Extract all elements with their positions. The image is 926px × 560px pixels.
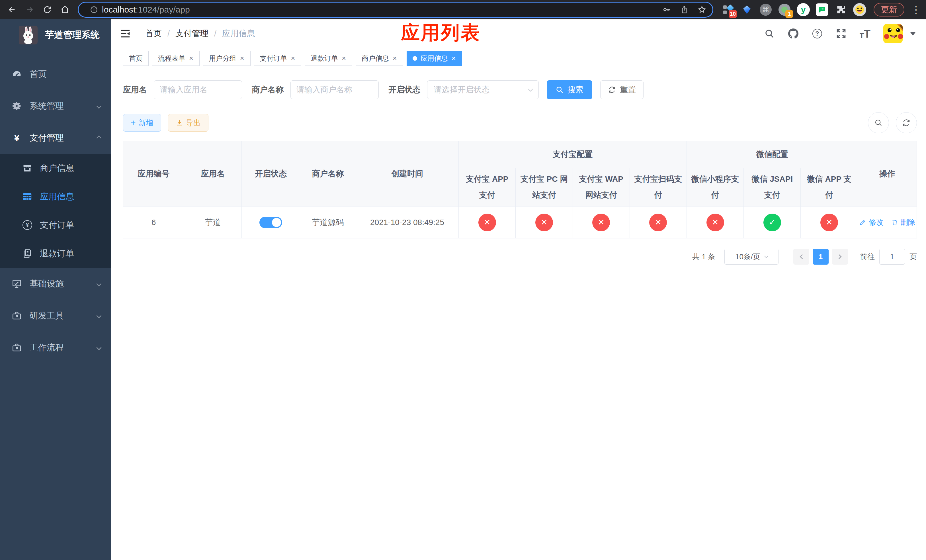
breadcrumb-home[interactable]: 首页	[145, 28, 162, 39]
edit-link[interactable]: 修改	[859, 217, 884, 227]
refresh-icon	[902, 118, 911, 127]
chevron-down-icon	[96, 345, 101, 350]
password-key-icon[interactable]	[662, 5, 671, 14]
browser-profile-avatar[interactable]	[853, 3, 866, 16]
browser-home-icon[interactable]	[58, 3, 72, 17]
tag-close-icon[interactable]: ✕	[291, 55, 295, 62]
extension-recorder-icon[interactable]: 1	[778, 3, 791, 16]
help-icon[interactable]: ?	[811, 28, 823, 39]
tag-merchant-info[interactable]: 商户信息 ✕	[356, 51, 403, 66]
edit-label: 修改	[869, 217, 884, 227]
sidebar-fold-icon[interactable]	[118, 27, 132, 41]
extensions-puzzle-icon[interactable]	[834, 3, 847, 16]
sidebar-item-infrastructure[interactable]: 基础设施	[0, 268, 111, 300]
tag-user-group[interactable]: 用户分组 ✕	[203, 51, 251, 66]
briefcase-icon	[11, 310, 22, 321]
col-header-wx-app: 微信 APP 支付	[801, 168, 858, 206]
tag-label: 流程表单	[158, 54, 185, 63]
search-button[interactable]: 搜索	[547, 80, 592, 99]
github-icon[interactable]	[788, 28, 799, 39]
header-search-icon[interactable]	[764, 28, 775, 39]
next-page-button[interactable]	[832, 249, 848, 265]
bookmark-star-icon[interactable]	[698, 5, 706, 14]
site-info-icon[interactable]	[90, 6, 98, 14]
chevron-down-icon	[764, 254, 768, 258]
cell-wx-app: ✕	[801, 206, 858, 238]
sidebar-item-payment[interactable]: ¥ 支付管理	[0, 122, 111, 154]
extension-badge: 10	[729, 10, 737, 18]
export-button[interactable]: 导出	[168, 114, 209, 132]
fullscreen-icon[interactable]	[835, 28, 847, 39]
prev-page-button[interactable]	[793, 249, 809, 265]
font-size-icon[interactable]: TT	[859, 28, 871, 39]
browser-update-button[interactable]: 更新	[874, 3, 904, 17]
tag-home[interactable]: 首页	[123, 51, 149, 66]
reset-button[interactable]: 重置	[600, 80, 643, 99]
page-size-value: 10条/页	[735, 252, 760, 262]
breadcrumb-payment[interactable]: 支付管理	[176, 28, 209, 39]
user-avatar[interactable]	[883, 24, 903, 43]
tag-close-icon[interactable]: ✕	[451, 55, 456, 62]
status-toggle[interactable]	[259, 217, 282, 228]
tag-flow-form[interactable]: 流程表单 ✕	[152, 51, 200, 66]
cell-alipay-app: ✕	[459, 206, 516, 238]
merchant-name-input[interactable]	[291, 80, 379, 99]
sidebar-item-workflow[interactable]: 工作流程	[0, 331, 111, 363]
sidebar-item-pay-order[interactable]: ¥ 支付订单	[0, 211, 111, 239]
sidebar-item-home[interactable]: 首页	[0, 58, 111, 90]
address-bar[interactable]: localhost:1024/pay/app	[79, 3, 713, 17]
extension-yuque-icon[interactable]: y	[797, 3, 810, 16]
status-select[interactable]: 请选择开启状态	[427, 80, 539, 99]
total-count: 共 1 条	[692, 252, 715, 262]
hide-search-button[interactable]	[868, 112, 889, 133]
url-path: :1024/pay/app	[136, 5, 190, 14]
tag-refund-order[interactable]: 退款订单 ✕	[305, 51, 352, 66]
tag-pay-order[interactable]: 支付订单 ✕	[254, 51, 301, 66]
refresh-button[interactable]	[896, 112, 917, 133]
url-host: localhost	[102, 5, 136, 14]
delete-label: 删除	[901, 217, 915, 227]
sidebar-logo-row[interactable]: 芋道管理系统	[0, 20, 111, 50]
tag-close-icon[interactable]: ✕	[189, 55, 194, 62]
sidebar-item-dev-tools[interactable]: 研发工具	[0, 300, 111, 331]
sidebar-item-app-info[interactable]: 应用信息	[0, 182, 111, 211]
chevron-down-icon	[96, 103, 101, 109]
extension-chat-icon[interactable]	[816, 3, 829, 16]
cell-app-name: 芋道	[184, 206, 242, 238]
tag-label: 商户信息	[362, 54, 389, 63]
delete-link[interactable]: 删除	[891, 217, 915, 227]
extension-tabs-icon[interactable]: 10	[722, 3, 735, 16]
page-number-1[interactable]: 1	[813, 249, 829, 265]
status-label: 开启状态	[388, 84, 420, 95]
add-button[interactable]: + 新增	[123, 114, 161, 132]
sidebar-item-system[interactable]: 系统管理	[0, 90, 111, 122]
browser-forward-icon[interactable]	[23, 3, 36, 17]
app-name-input[interactable]	[154, 80, 242, 99]
tag-app-info[interactable]: 应用信息 ✕	[407, 51, 462, 66]
tag-close-icon[interactable]: ✕	[240, 55, 245, 62]
col-header-app-name: 应用名	[184, 141, 242, 206]
browser-back-icon[interactable]	[5, 3, 19, 17]
page-size-select[interactable]: 10条/页	[725, 249, 779, 265]
sidebar-item-label: 研发工具	[30, 310, 97, 322]
chevron-down-icon	[96, 281, 101, 286]
breadcrumb: 首页 / 支付管理 / 应用信息	[145, 28, 255, 39]
avatar-caret-down-icon[interactable]	[910, 32, 916, 36]
browser-menu-dots-icon[interactable]: ⋮	[911, 4, 921, 15]
dashboard-icon	[11, 69, 22, 79]
refresh-icon	[608, 86, 616, 94]
sidebar-menu: 首页 系统管理 ¥ 支付管理	[0, 58, 111, 363]
tag-close-icon[interactable]: ✕	[392, 55, 397, 62]
tag-label: 首页	[129, 54, 143, 63]
cell-actions: 修改 删除	[858, 206, 917, 238]
sidebar-item-merchant-info[interactable]: 商户信息	[0, 154, 111, 182]
extension-command-icon[interactable]: ⌘	[759, 3, 772, 16]
extension-gem-icon[interactable]	[740, 3, 754, 16]
sidebar-item-refund-order[interactable]: 退款订单	[0, 239, 111, 268]
goto-page-input[interactable]	[879, 249, 905, 265]
tag-close-icon[interactable]: ✕	[341, 55, 346, 62]
share-icon[interactable]	[680, 5, 688, 14]
sidebar-item-label: 应用信息	[40, 191, 74, 203]
browser-reload-icon[interactable]	[41, 3, 54, 17]
col-header-alipay-app: 支付宝 APP 支付	[459, 168, 516, 206]
